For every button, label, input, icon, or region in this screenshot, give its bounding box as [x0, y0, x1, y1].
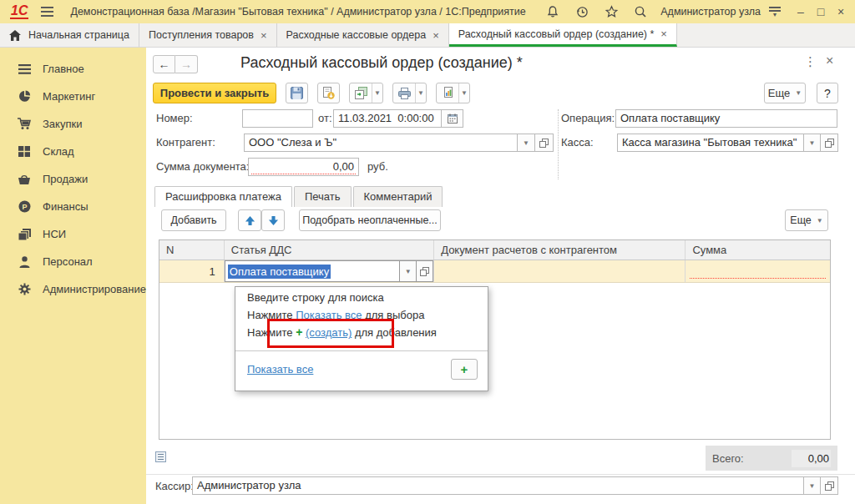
table-header-row: N Статья ДДС Документ расчетов с контраг… — [159, 240, 830, 260]
application-window: 1С Демонстрационная база /Магазин "Бытов… — [0, 0, 855, 504]
form-close-icon[interactable]: × — [826, 53, 833, 68]
sidebar-item-label: Закупки — [43, 118, 82, 130]
arrow-up-icon — [245, 215, 255, 226]
reports-button[interactable]: ▼ — [436, 83, 470, 103]
number-input[interactable] — [242, 109, 313, 128]
sidebar-item-main[interactable]: Главное — [0, 55, 146, 83]
create-based-on-button[interactable]: ▼ — [349, 83, 383, 103]
create-new-button[interactable]: + — [451, 359, 478, 380]
counterparty-label: Контрагент: — [156, 136, 215, 149]
print-button[interactable]: ▼ — [392, 83, 427, 103]
sidebar-item-administration[interactable]: Администрирование — [0, 275, 146, 303]
service-menu-icon[interactable]: ▼ — [769, 7, 781, 17]
help-button[interactable]: ? — [817, 83, 838, 103]
sidebar-item-personnel[interactable]: Персонал — [0, 248, 146, 275]
title-bar: 1С Демонстрационная база /Магазин "Бытов… — [0, 0, 855, 23]
tab-goods-receipts[interactable]: Поступления товаров × — [139, 23, 277, 47]
form-menu-kebab-icon[interactable]: ⋮ — [804, 54, 817, 69]
dds-picker-button[interactable] — [417, 260, 433, 282]
forward-button[interactable]: → — [175, 55, 198, 73]
tab-payment-details[interactable]: Расшифровка платежа — [154, 186, 292, 207]
dropdown-caret-icon[interactable]: ▼ — [415, 83, 426, 103]
sidebar-item-finance[interactable]: P Финансы — [0, 193, 146, 220]
tab-comment[interactable]: Комментарий — [353, 186, 443, 207]
dds-dropdown-button[interactable]: ▼ — [400, 260, 417, 282]
total-value: 0,00 — [792, 450, 831, 467]
dropdown-caret-icon[interactable]: ▼ — [458, 83, 469, 103]
sidebar-item-nsi[interactable]: НСИ — [0, 220, 146, 248]
fields-divider — [558, 109, 559, 179]
post-document-button[interactable] — [317, 83, 340, 103]
tab-print[interactable]: Печать — [294, 186, 352, 207]
sections-panel: Главное Маркетинг Закупки Склад Продажи — [0, 48, 146, 504]
post-and-close-button[interactable]: Провести и закрыть — [153, 83, 276, 103]
maximize-button[interactable]: □ — [811, 2, 831, 22]
dds-article-value: Оплата поставщику — [228, 265, 331, 279]
window-title: Демонстрационная база /Магазин "Бытовая … — [70, 6, 525, 18]
sidebar-item-label: Маркетинг — [43, 90, 95, 103]
calendar-button[interactable] — [442, 109, 463, 128]
more-button-toolbar[interactable]: Еще▼ — [764, 83, 806, 103]
main-menu-icon[interactable] — [41, 7, 53, 17]
sidebar-item-sales[interactable]: Продажи — [0, 165, 146, 193]
column-header-n[interactable]: N — [159, 240, 225, 260]
current-user[interactable]: Администратор узла — [660, 6, 761, 18]
more-button-table[interactable]: Еще▼ — [785, 209, 828, 231]
counterparty-dropdown-button[interactable]: ▼ — [518, 134, 535, 152]
date-input[interactable]: 11.03.2021 0:00:00 — [333, 109, 442, 128]
column-header-settlement-doc[interactable]: Документ расчетов с контрагентом — [434, 240, 686, 260]
basket-icon — [17, 173, 32, 186]
notifications-bell-icon[interactable] — [542, 2, 564, 22]
history-icon[interactable] — [571, 2, 593, 22]
favorites-star-icon[interactable] — [600, 2, 622, 22]
pick-unpaid-button[interactable]: Подобрать неоплаченные... — [299, 209, 441, 231]
close-window-button[interactable]: × — [831, 2, 851, 22]
minimize-button[interactable]: – — [791, 2, 811, 22]
back-button[interactable]: ← — [153, 55, 175, 73]
table-row[interactable]: 1 Оплата поставщику ▼ — [159, 260, 830, 283]
tab-cash-order-new[interactable]: Расходный кассовый ордер (создание) * × — [449, 23, 677, 47]
move-down-button[interactable] — [261, 209, 285, 231]
cashbox-picker-button[interactable] — [821, 134, 838, 152]
tab-close-icon[interactable]: × — [660, 28, 667, 40]
footnote-icon — [155, 451, 166, 462]
counterparty-picker-button[interactable] — [535, 134, 554, 152]
show-all-bottom-link[interactable]: Показать все — [247, 363, 313, 375]
operation-input[interactable]: Оплата поставщику — [615, 109, 837, 128]
tab-close-icon[interactable]: × — [261, 29, 267, 42]
dds-article-cell[interactable]: Оплата поставщику ▼ — [225, 260, 434, 282]
ruble-circle-icon: P — [17, 200, 32, 214]
tab-cash-orders-list[interactable]: Расходные кассовые ордера × — [277, 23, 449, 47]
settlement-doc-cell[interactable] — [434, 260, 686, 282]
tab-home[interactable]: Начальная страница — [0, 23, 139, 47]
cashbox-input[interactable]: Касса магазина "Бытовая техника" — [617, 134, 804, 152]
move-up-button[interactable] — [238, 209, 261, 231]
menu-icon — [17, 63, 32, 76]
column-header-sum[interactable]: Сумма — [686, 240, 830, 260]
cashier-dropdown-button[interactable]: ▼ — [804, 476, 821, 495]
cashier-input[interactable]: Администратор узла — [192, 476, 804, 495]
add-row-button[interactable]: Добавить — [161, 209, 226, 231]
search-icon[interactable] — [630, 2, 651, 22]
cashbox-dropdown-button[interactable]: ▼ — [804, 134, 821, 152]
column-header-dds-article[interactable]: Статья ДДС — [225, 240, 434, 260]
sum-cell[interactable] — [686, 260, 830, 282]
grid-icon — [17, 145, 32, 159]
create-based-on-icon — [350, 87, 372, 99]
sidebar-item-label: НСИ — [43, 228, 66, 240]
form-fields: Номер: от: 11.03.2021 0:00:00 Операция: … — [146, 108, 855, 184]
sidebar-item-purchases[interactable]: Закупки — [0, 110, 146, 138]
sidebar-item-warehouse[interactable]: Склад — [0, 138, 146, 165]
sidebar-item-marketing[interactable]: Маркетинг — [0, 83, 146, 110]
dropdown-caret-icon[interactable]: ▼ — [372, 83, 382, 103]
cashier-label: Кассир: — [155, 480, 194, 492]
post-document-icon — [322, 87, 335, 99]
amount-input[interactable]: 0,00 — [248, 158, 359, 176]
print-icon — [393, 88, 415, 99]
operation-label: Операция: — [561, 112, 615, 124]
counterparty-input[interactable]: ООО "Слеза и Ъ" — [244, 134, 518, 152]
cashier-picker-button[interactable] — [821, 476, 838, 495]
save-button[interactable] — [286, 83, 308, 103]
tab-close-icon[interactable]: × — [433, 29, 439, 42]
table-command-bar: Добавить Подобрать неоплаченные... Еще▼ — [146, 209, 855, 233]
